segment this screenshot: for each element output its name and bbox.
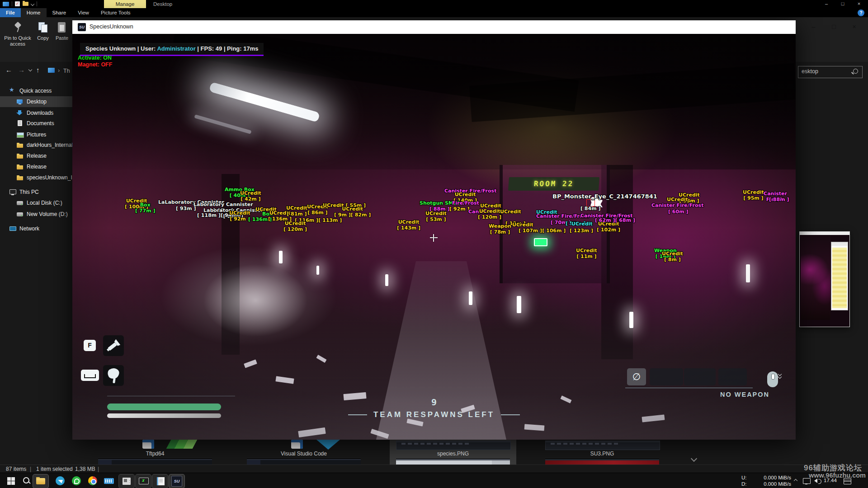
quick-access-toolbar: ✓ xyxy=(3,1,37,6)
taskbar-item[interactable] xyxy=(52,474,68,488)
preview-table-rows xyxy=(832,248,847,308)
pin-to-quick-access-button[interactable]: Pin to Quick access xyxy=(3,22,33,47)
taskbar-item[interactable] xyxy=(85,474,100,488)
esp-label: Weapon [ 78m ] xyxy=(489,223,511,235)
sidebar-item[interactable]: Quick access xyxy=(0,85,81,96)
up-icon[interactable]: ↑ xyxy=(36,66,40,74)
sidebar-item-label: This PC xyxy=(19,189,39,195)
esp-label: Fire/Frost xyxy=(452,200,479,206)
download-value: 0.000 MiB/s xyxy=(764,481,791,487)
taskbar-item[interactable] xyxy=(101,474,117,488)
ribbon-tab[interactable]: Picture Tools xyxy=(95,8,137,17)
decorative-line xyxy=(501,414,520,415)
chevron-down-icon[interactable] xyxy=(31,2,34,5)
maximize-button[interactable]: □ xyxy=(824,20,844,34)
breadcrumb[interactable]: Th xyxy=(63,68,70,74)
taskbar-item[interactable] xyxy=(135,474,151,488)
divider: | xyxy=(30,466,31,472)
manage-context-tab[interactable]: Manage xyxy=(104,0,146,8)
file-item[interactable]: SU3.PNG xyxy=(539,439,665,465)
paste-button[interactable]: Paste xyxy=(52,22,71,41)
folder-icon xyxy=(16,152,24,160)
properties-icon[interactable]: ✓ xyxy=(15,1,20,6)
melee-tile xyxy=(103,365,124,386)
vscode-app-icon xyxy=(241,440,367,450)
preview-table-window xyxy=(831,242,848,310)
taskbar-item[interactable] xyxy=(152,474,168,488)
news-app-icon xyxy=(122,476,132,486)
preview-thumbnail-window xyxy=(799,231,850,327)
taskbar-item[interactable] xyxy=(118,474,135,488)
esp-label: UCredit [ 120m ] xyxy=(478,208,501,220)
speaker-icon[interactable] xyxy=(814,479,817,483)
notification-center-icon[interactable] xyxy=(844,478,851,484)
new-folder-icon[interactable] xyxy=(23,2,28,6)
taskbar-item[interactable] xyxy=(19,474,34,488)
crosshair-icon xyxy=(433,234,434,242)
close-button[interactable]: × xyxy=(851,0,867,8)
forward-icon[interactable]: → xyxy=(18,66,25,74)
close-button[interactable]: × xyxy=(844,20,864,34)
minimize-button[interactable]: – xyxy=(818,0,835,8)
back-icon[interactable]: ← xyxy=(5,66,12,74)
magnet-toggle-status: Magnet: OFF xyxy=(78,61,112,68)
jump-keybind xyxy=(81,370,99,381)
file-item[interactable]: Visual Studio Code xyxy=(241,439,367,465)
sidebar-item-label: Release xyxy=(27,164,47,170)
taskbar-item[interactable] xyxy=(33,474,49,488)
monster-esp-label: BP_Monster_Eye_C_2147467841 xyxy=(552,193,657,200)
search-icon xyxy=(22,476,32,486)
desktop-icon xyxy=(16,98,24,105)
help-icon[interactable]: ? xyxy=(858,9,864,16)
sidebar-item-label: Release xyxy=(27,153,47,159)
respawn-counter: 9 TEAM RESPAWNS LEFT xyxy=(344,397,524,419)
game-titlebar[interactable]: SU SpeciesUnknown – □ × xyxy=(72,20,796,34)
whatsapp-icon xyxy=(71,476,81,486)
tray-expand-chevron-icon[interactable] xyxy=(794,479,797,483)
speciesunknown-app-icon: SU xyxy=(171,476,182,487)
file-item[interactable]: species.PNG xyxy=(390,439,516,465)
sidebar-item-label: Downloads xyxy=(27,110,53,116)
game-window-title: SpeciesUnknown xyxy=(90,23,133,30)
taskbar-item[interactable] xyxy=(69,474,84,488)
ribbon-tab[interactable]: File xyxy=(0,8,21,17)
ribbon-tab[interactable]: Home xyxy=(21,8,47,17)
sidebar-item[interactable]: This PC xyxy=(0,187,81,197)
this-pc-icon xyxy=(9,188,16,196)
file-explorer-icon xyxy=(36,476,46,486)
selection-info: 1 item selected xyxy=(36,466,73,472)
clock[interactable]: 17.44 xyxy=(824,478,837,488)
cheat-info-bar: Species Unknown | User: Administrator | … xyxy=(80,43,264,56)
scroll-down-chevron-icon[interactable] xyxy=(691,455,697,462)
downloads-icon xyxy=(16,109,24,117)
esp-label: UCredit [ 11m ] xyxy=(576,248,597,259)
no-weapon-label: NO WEAPON xyxy=(720,391,769,398)
flashlight-icon xyxy=(103,335,124,356)
file-name: SU3.PNG xyxy=(539,450,665,457)
item-count: 87 items xyxy=(6,466,26,472)
sidebar-item-label: speciesUnknown_Int xyxy=(27,174,77,181)
image-thumbnail xyxy=(539,440,665,450)
game-viewport[interactable]: ROOM 22 Spe xyxy=(72,34,796,440)
flashlight-tile xyxy=(103,335,124,356)
file-item[interactable]: Tftpd64 xyxy=(92,439,218,465)
minimize-button[interactable]: – xyxy=(803,20,824,34)
sidebar-item[interactable]: Network xyxy=(0,223,81,234)
search-input[interactable]: esktop xyxy=(798,66,863,78)
esp-label: Canister Fire/Frost xyxy=(580,213,632,219)
esp-label: UCredit [ 81m ] xyxy=(286,205,307,217)
preview-image xyxy=(801,236,830,320)
history-chevron-icon[interactable] xyxy=(28,68,32,71)
local-disk-icon xyxy=(16,199,24,206)
copy-button[interactable]: Copy xyxy=(33,22,52,41)
sidebar-item-label: Pictures xyxy=(27,131,46,138)
tftpd64-app-icon xyxy=(92,440,218,450)
ribbon-tab[interactable]: View xyxy=(72,8,95,17)
esp-label: Canister Fire/Frost xyxy=(651,202,703,208)
paste-icon xyxy=(57,22,67,33)
taskbar-item[interactable]: SU xyxy=(169,474,185,488)
sidebar-item-label: New Volume (D:) xyxy=(27,211,68,217)
maximize-button[interactable]: □ xyxy=(835,0,851,8)
ribbon-tab[interactable]: Share xyxy=(47,8,72,17)
taskbar-item[interactable] xyxy=(4,474,19,488)
